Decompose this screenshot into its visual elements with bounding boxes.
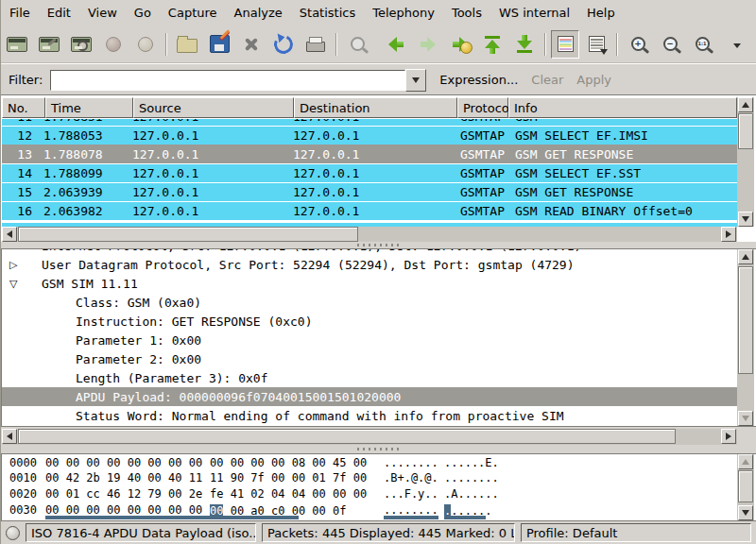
packet-list-pane: No. Time Source Destination Protocol Inf… [1,94,756,242]
scroll-left-icon[interactable] [2,429,17,444]
filter-input[interactable] [50,70,405,91]
menu-analyze[interactable]: Analyze [226,2,291,24]
packet-row[interactable]: 141.788099127.0.0.1127.0.0.1GSMTAPGSM SE… [2,163,737,182]
expert-info-icon[interactable] [6,526,20,540]
find-packet-icon [342,30,372,59]
menu-statistics[interactable]: Statistics [291,2,364,24]
column-header-time[interactable]: Time [45,97,133,118]
packet-row-selected[interactable]: 131.788078127.0.0.1127.0.0.1GSMTAPGSM GE… [2,144,737,163]
packet-list-hscrollbar[interactable] [2,227,737,243]
scroll-right-icon[interactable] [721,429,736,444]
menu-tools[interactable]: Tools [443,2,490,24]
toolbar-overflow-icon[interactable] [722,30,752,59]
hex-selection-band [384,516,438,519]
scroll-down-icon[interactable] [738,212,753,227]
menu-capture[interactable]: Capture [160,2,226,24]
packet-row[interactable]: 152.063939127.0.0.1127.0.0.1GSMTAPGSM GE… [2,182,737,201]
scroll-up-icon[interactable] [738,454,753,469]
column-header-info[interactable]: Info [508,97,737,118]
menu-view[interactable]: View [79,2,126,24]
hex-row[interactable]: 000000 00 00 00 00 00 00 0000 00 00 00 0… [2,455,756,471]
scroll-left-icon[interactable] [2,227,17,242]
expander-collapsed-icon[interactable]: ▷ [9,259,23,271]
filter-history-dropdown[interactable] [405,69,426,92]
scroll-down-icon[interactable] [738,411,753,426]
column-header-source[interactable]: Source [133,97,294,118]
detail-line[interactable]: Length (Parameter 3): 0x0f [2,368,738,387]
detail-line[interactable]: Parameter 1: 0x00 [2,331,738,349]
packet-row[interactable]: 121.788053127.0.0.1127.0.0.1GSMTAPGSM SE… [2,126,737,144]
menu-ws-internal[interactable]: WS internal [490,2,578,24]
detail-line[interactable]: ▷User Datagram Protocol, Src Port: 52294… [2,255,738,274]
go-to-top-icon[interactable] [477,30,507,59]
pane-splitter[interactable] [1,242,756,248]
capture-options-icon[interactable] [34,30,64,59]
scroll-right-icon[interactable] [721,227,736,242]
reload-icon[interactable] [268,30,299,59]
go-to-packet-icon[interactable] [445,30,475,59]
scroll-thumb[interactable] [18,227,358,242]
toolbar-separator [165,33,167,56]
list-interfaces-icon[interactable] [2,30,32,59]
close-capture-icon[interactable] [236,30,266,59]
detail-line[interactable]: ▽GSM SIM 11.11 [2,274,738,293]
detail-line[interactable]: Class: GSM (0xa0) [2,293,738,312]
menu-help[interactable]: Help [578,2,624,24]
detail-line[interactable]: Internet Protocol, Src: 127.0.0.1 (127.0… [2,248,738,255]
scroll-thumb[interactable] [738,470,753,502]
detail-line-selected[interactable]: APDU Payload: 000000096f0704001500150102… [2,387,738,406]
packet-count-status: Packets: 445 Displayed: 445 Marked: 0 Lo… [262,523,515,542]
scroll-thumb[interactable] [738,113,753,149]
zoom-out-icon[interactable]: − [655,30,685,59]
zoom-in-icon[interactable]: + [623,30,653,59]
scroll-thumb[interactable] [18,429,676,444]
status-bar: ISO 7816-4 APDU Data Payload (iso... Pac… [1,521,756,544]
menu-edit[interactable]: Edit [39,2,79,24]
capture-start-icon[interactable] [66,30,96,59]
hex-row[interactable]: 001000 42 2b 19 40 00 40 1111 90 7f 00 0… [2,470,756,486]
expander-expanded-icon[interactable]: ▽ [9,278,23,290]
field-help-status: ISO 7816-4 APDU Data Payload (iso... [26,523,256,542]
hex-row[interactable]: 002000 01 cc 46 12 79 00 2efe 41 02 04 0… [2,486,756,502]
go-to-bottom-icon[interactable] [509,30,540,59]
scroll-up-icon[interactable] [738,249,753,264]
capture-restart-icon [130,30,161,59]
filter-label: Filter: [9,73,43,87]
scroll-thumb[interactable] [738,266,753,374]
menu-file[interactable]: File [1,2,39,24]
detail-line[interactable]: Status Word: Normal ending of command wi… [2,406,738,425]
toolbar-separator [544,33,546,56]
hex-selection-band [444,516,486,519]
packet-row[interactable]: 111.778851127.0.0.1127.0.0.1GSMTAPGSM [2,118,737,126]
column-header-destination[interactable]: Destination [294,97,457,118]
print-icon[interactable] [301,30,331,59]
go-back-icon[interactable] [381,30,411,59]
detail-line[interactable]: Parameter 2: 0x00 [2,349,738,368]
auto-scroll-icon[interactable] [581,30,611,59]
pane-splitter[interactable] [1,446,756,452]
main-toolbar: + − 1:1 [1,26,756,63]
menu-go[interactable]: Go [126,2,160,24]
colorize-icon[interactable] [551,30,579,59]
wireshark-window: File Edit View Go Capture Analyze Statis… [0,0,756,544]
profile-status[interactable]: Profile: Default [521,523,751,542]
scroll-up-icon[interactable] [738,97,753,112]
capture-stop-icon [98,30,129,59]
apply-button: Apply [576,73,611,87]
details-hscrollbar[interactable] [2,429,737,445]
detail-line[interactable]: Instruction: GET RESPONSE (0xc0) [2,312,738,331]
hex-vscrollbar[interactable] [737,454,754,520]
expression-button[interactable]: Expression... [439,73,518,87]
go-forward-icon [413,30,443,59]
zoom-100-icon[interactable]: 1:1 [687,30,717,59]
column-header-no[interactable]: No. [2,97,45,118]
packet-list-vscrollbar[interactable] [737,97,754,227]
menu-telephony[interactable]: Telephony [364,2,443,24]
column-header-protocol[interactable]: Protocol [457,97,508,118]
open-file-icon[interactable] [172,30,202,59]
scroll-down-icon[interactable] [738,505,753,520]
save-file-icon[interactable] [204,30,234,59]
details-vscrollbar[interactable] [737,249,754,426]
packet-details-pane: Internet Protocol, Src: 127.0.0.1 (127.0… [1,248,756,427]
packet-row[interactable]: 162.063982127.0.0.1127.0.0.1GSMTAPGSM RE… [2,201,737,220]
